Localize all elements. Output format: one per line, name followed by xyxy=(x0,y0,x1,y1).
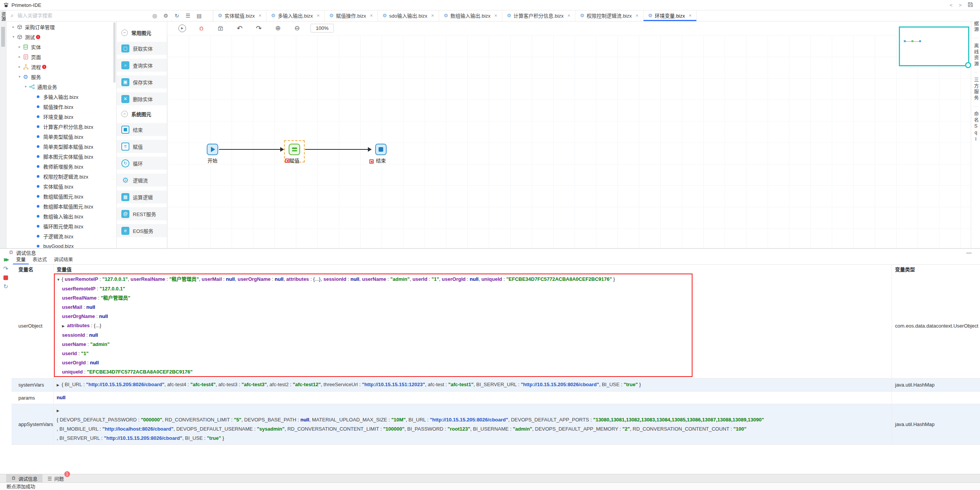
tree-item-测试[interactable]: ▾测试! xyxy=(6,32,116,42)
palette-item-查询实体[interactable]: ⌕查询实体 xyxy=(117,59,167,72)
expand-arrow-icon[interactable]: ▼ xyxy=(57,275,62,284)
var-value[interactable]: ▼{ userRemoteIP : "127.0.0.1", userRealN… xyxy=(54,273,892,378)
collapse-arrow-icon[interactable]: ▶ xyxy=(57,380,62,390)
tree-item-环境变量.bizx[interactable]: 环境变量.bizx xyxy=(6,111,116,121)
refresh-icon[interactable]: ↻ xyxy=(174,13,180,19)
restart-icon[interactable]: ↻ xyxy=(3,283,8,290)
tree-item-简单类型赋值.bizx[interactable]: 简单类型赋值.bizx xyxy=(6,131,116,141)
editor-tab-4[interactable]: ⚙sdo输入输出.bizx× xyxy=(378,10,439,21)
tree-item-实体[interactable]: ▸实体 xyxy=(6,42,116,52)
editor-tab-6[interactable]: ⚙计算客户积分信息.bizx× xyxy=(502,10,575,21)
tree-scrollbar[interactable] xyxy=(113,22,116,83)
editor-tab-1[interactable]: ⚙实体赋值.bizx× xyxy=(213,10,266,21)
minimap[interactable] xyxy=(899,26,969,66)
node-start[interactable] xyxy=(207,144,218,155)
chevron-right-icon[interactable]: ▸ xyxy=(17,55,22,59)
var-value[interactable]: ▶{ DEVOPS_DEFAULT_PASSWORD : "000000", R… xyxy=(54,404,892,444)
rail-tab-离线资源[interactable]: 离线资源 xyxy=(973,38,978,72)
docs-icon[interactable]: ▤ xyxy=(196,13,202,19)
canvas-grid[interactable]: 开始 赋值 结束 xyxy=(167,35,971,248)
back-icon[interactable]: < xyxy=(950,2,953,8)
var-value[interactable]: ▶{ BI_URL : "http://10.15.15.205:8026/cb… xyxy=(54,379,892,391)
close-icon[interactable]: × xyxy=(689,13,692,18)
redo-icon[interactable]: ↷ xyxy=(249,24,268,33)
tree-item-循环图元使用.bizx[interactable]: 循环图元使用.bizx xyxy=(6,221,116,231)
tree-item-数组赋值图元.bizx[interactable]: 数组赋值图元.bizx xyxy=(6,191,116,201)
save-icon[interactable] xyxy=(968,2,973,8)
tree-item-采购订单管理[interactable]: ▸采购订单管理 xyxy=(6,22,116,32)
close-icon[interactable]: × xyxy=(431,13,434,18)
editor-tab-5[interactable]: ⚙数组输入输出.bizx× xyxy=(439,10,502,21)
tree-item-服务[interactable]: ▾⚙服务 xyxy=(6,72,116,82)
debug-breakpoint-icon[interactable] xyxy=(192,25,211,31)
collapse-icon[interactable]: − xyxy=(121,111,128,117)
collapse-icon[interactable]: − xyxy=(121,29,128,36)
tree-item-buyGood.bizx[interactable]: buyGood.bizx xyxy=(6,241,116,248)
palette-item-循环[interactable]: ↻循环 xyxy=(117,157,167,170)
tree-item-页面[interactable]: ▸页面 xyxy=(6,52,116,62)
zoom-out-icon[interactable]: ⊖ xyxy=(287,24,307,32)
chevron-down-icon[interactable]: ▾ xyxy=(23,85,28,88)
chevron-right-icon[interactable]: ▸ xyxy=(17,65,22,69)
minimap-resize-handle[interactable] xyxy=(965,62,971,68)
palette-item-逻辑流[interactable]: ⚙逻辑流 xyxy=(117,174,167,187)
tree-item-教师新增服务.bizx[interactable]: 教师新增服务.bizx xyxy=(6,161,116,171)
palette-item-EOS服务[interactable]: eEOS服务 xyxy=(117,224,167,237)
tree-item-简单类型脚本赋值.bizx[interactable]: 简单类型脚本赋值.bizx xyxy=(6,141,116,151)
debug-tab-表达式[interactable]: 表达式 xyxy=(29,256,50,264)
forward-icon[interactable]: > xyxy=(959,2,962,8)
zoom-level[interactable]: 100% xyxy=(310,24,334,33)
breakpoint-marker[interactable] xyxy=(369,159,374,164)
step-over-icon[interactable]: ↷ xyxy=(3,265,8,272)
rail-scrollbar[interactable] xyxy=(1,27,5,47)
tree-item-数组输入输出.bizx[interactable]: 数组输入输出.bizx xyxy=(6,211,116,221)
tree-item-实体赋值.bizx[interactable]: 实体赋值.bizx xyxy=(6,181,116,191)
tree-item-流程[interactable]: ▸流程! xyxy=(6,62,116,72)
palette-item-结束[interactable]: 结束 xyxy=(117,123,167,136)
close-icon[interactable]: × xyxy=(258,13,261,18)
chevron-down-icon[interactable]: ▾ xyxy=(17,75,22,79)
node-assign[interactable] xyxy=(289,144,300,155)
tree-item-赋值操作.bizx[interactable]: 赋值操作.bizx xyxy=(6,102,116,111)
close-icon[interactable]: × xyxy=(370,13,373,18)
palette-item-REST服务[interactable]: @REST服务 xyxy=(117,207,167,220)
palette-item-获取实体[interactable]: ▢获取实体 xyxy=(117,42,167,55)
search-input[interactable] xyxy=(17,12,103,19)
debug-tab-变量[interactable]: 变量 xyxy=(13,256,29,264)
bottom-tab-问题[interactable]: ☰问题1 xyxy=(42,474,69,483)
palette-item-运算逻辑[interactable]: ▦运算逻辑 xyxy=(117,190,167,203)
palette-section-系统图元[interactable]: −系统图元 xyxy=(117,108,167,119)
settings-icon[interactable]: ⚙ xyxy=(163,13,169,19)
palette-section-常用图元[interactable]: −常用图元 xyxy=(117,27,167,38)
chevron-right-icon[interactable]: ▸ xyxy=(11,25,16,29)
stop-icon[interactable] xyxy=(3,275,8,280)
collapse-arrow-icon[interactable]: ▶ xyxy=(62,321,67,331)
palette-item-赋值[interactable]: =赋值 xyxy=(117,140,167,153)
edge-assign-to-end[interactable] xyxy=(305,149,371,150)
tree-item-权限控制逻辑流.bizx[interactable]: 权限控制逻辑流.bizx xyxy=(6,171,116,181)
tree-item-计算客户积分信息.bizx[interactable]: 计算客户积分信息.bizx xyxy=(6,121,116,131)
undo-icon[interactable]: ↶ xyxy=(230,24,249,33)
bottom-tab-调试信息[interactable]: 调试信息 xyxy=(6,474,42,483)
editor-tab-2[interactable]: ⚙多输入输出.bizx× xyxy=(266,10,325,21)
close-icon[interactable]: × xyxy=(635,13,639,18)
resume-icon[interactable]: ▶▶ xyxy=(4,257,8,262)
chevron-right-icon[interactable]: ▸ xyxy=(17,45,22,49)
list-icon[interactable]: ☰ xyxy=(185,13,191,19)
var-value[interactable]: null xyxy=(54,392,892,404)
tree-item-通用业务[interactable]: ▾通用业务 xyxy=(6,82,116,92)
tree-item-多输入输出.bizx[interactable]: 多输入输出.bizx xyxy=(6,92,116,102)
ai-icon[interactable]: ◎ xyxy=(152,13,158,19)
close-icon[interactable]: × xyxy=(494,13,497,18)
debug-run-icon[interactable]: ▶ xyxy=(173,25,192,32)
node-end[interactable] xyxy=(375,144,387,155)
collapse-arrow-icon[interactable]: ▶ xyxy=(57,406,62,415)
minimize-icon[interactable]: — xyxy=(966,249,972,256)
debug-tab-调试结果[interactable]: 调试结果 xyxy=(51,256,76,264)
tree-item-脚本图元实体赋值.bizx[interactable]: 脚本图元实体赋值.bizx xyxy=(6,151,116,161)
tree-item-子逻辑流.bizx[interactable]: 子逻辑流.bizx xyxy=(6,231,116,241)
chevron-down-icon[interactable]: ▾ xyxy=(11,35,16,39)
close-icon[interactable]: × xyxy=(567,13,570,18)
breakpoint-marker[interactable] xyxy=(285,159,289,163)
editor-tab-3[interactable]: ⚙赋值操作.bizx× xyxy=(325,10,378,21)
